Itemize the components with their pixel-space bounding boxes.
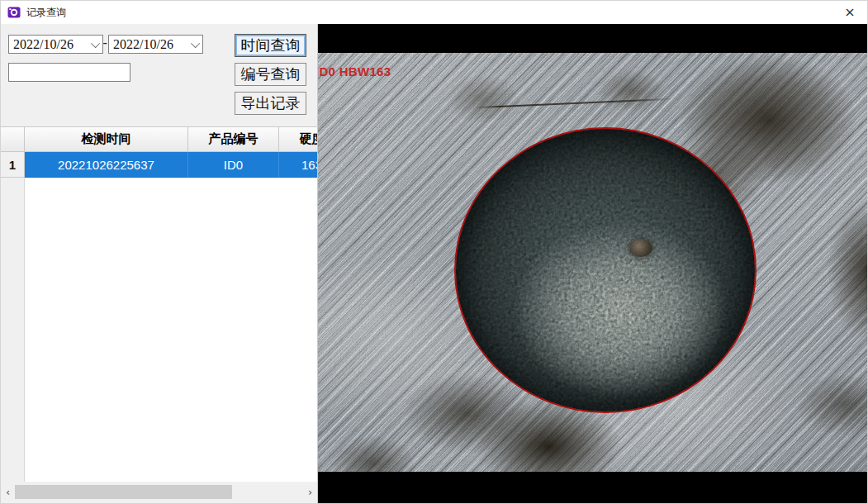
cell-detect-time[interactable]: 20221026225637 [25, 152, 188, 178]
date-from-picker[interactable]: 2022/10/26 [8, 35, 103, 54]
indentation-circle-overlay [454, 127, 757, 413]
cell-product-id[interactable]: ID0 [188, 152, 279, 178]
scratch-line [475, 98, 673, 108]
col-header-time[interactable]: 检测时间 [25, 126, 188, 152]
scroll-right-arrow-icon[interactable]: › [303, 485, 317, 499]
measurement-overlay-label: ID0 HBW163 [318, 64, 391, 78]
window-content: 2022/10/26 - 2022/10/26 时间查询 编号查询 导出记录 检… [1, 24, 867, 503]
horizontal-scrollbar[interactable]: ‹ › [1, 485, 317, 499]
camera-app-icon [7, 6, 21, 19]
grid-background [1, 126, 318, 482]
date-to-value: 2022/10/26 [113, 37, 173, 52]
metal-surface-image [318, 53, 867, 472]
chevron-down-icon [91, 38, 100, 47]
microscope-image-panel: ID0 HBW163 [318, 24, 867, 503]
product-id-input[interactable] [8, 63, 130, 82]
col-header-product-id[interactable]: 产品编号 [188, 126, 279, 152]
date-to-picker[interactable]: 2022/10/26 [108, 35, 203, 54]
row-header-strip [1, 178, 25, 482]
col-header-hardness[interactable]: 硬度 [279, 126, 318, 152]
scrollbar-thumb[interactable] [15, 485, 232, 499]
scroll-left-arrow-icon[interactable]: ‹ [1, 485, 15, 499]
date-range-separator: - [103, 36, 107, 50]
titlebar: 记录查询 × [1, 1, 867, 24]
export-records-button[interactable]: 导出记录 [235, 92, 306, 115]
indentation-speckle-texture [456, 129, 755, 411]
close-icon[interactable]: × [839, 1, 861, 24]
window-title: 记录查询 [26, 6, 66, 20]
chevron-down-icon [191, 38, 200, 47]
date-from-value: 2022/10/26 [13, 37, 74, 52]
app-window: 记录查询 × 2022/10/26 - 2022/10/26 时间查询 编号查询… [0, 0, 868, 504]
row-index-cell[interactable]: 1 [1, 152, 25, 178]
scrollbar-track[interactable] [15, 485, 303, 499]
indentation-pit-detail [629, 239, 652, 257]
time-query-button[interactable]: 时间查询 [235, 34, 306, 57]
records-table: 检测时间 产品编号 硬度 1 20221026225637 ID0 163 [1, 126, 318, 178]
id-query-button[interactable]: 编号查询 [235, 63, 306, 86]
cell-hardness[interactable]: 163 [279, 152, 318, 178]
query-panel: 2022/10/26 - 2022/10/26 时间查询 编号查询 导出记录 检… [1, 24, 318, 503]
corner-header-cell [1, 126, 25, 152]
table-row[interactable]: 1 20221026225637 ID0 163 [1, 152, 318, 178]
table-header-row: 检测时间 产品编号 硬度 [1, 126, 318, 152]
